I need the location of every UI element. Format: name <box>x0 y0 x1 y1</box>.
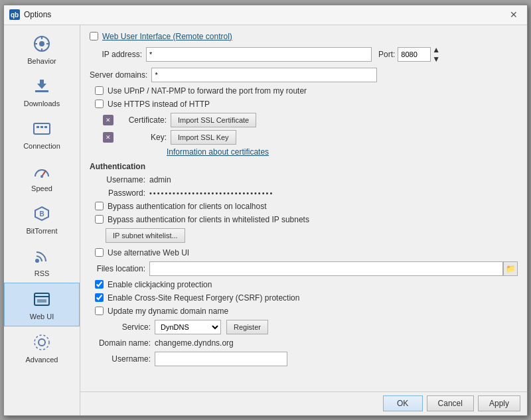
svg-rect-12 <box>44 126 47 128</box>
downloads-icon <box>31 76 52 97</box>
sidebar-item-downloads[interactable]: Downloads <box>4 70 80 113</box>
apply-button[interactable]: Apply <box>478 395 520 411</box>
username2-label: Username: <box>95 354 155 364</box>
folder-browse-button[interactable]: 📁 <box>503 261 518 276</box>
info-certificates-link[interactable]: Information about certificates <box>167 147 269 157</box>
import-ssl-cert-button[interactable]: Import SSL Certificate <box>171 113 256 127</box>
rss-icon <box>31 245 52 267</box>
alt-webui-checkbox[interactable] <box>95 248 104 257</box>
sidebar: Behavior Downloads <box>4 25 80 415</box>
service-row: Service: DynDNS Register <box>95 320 518 334</box>
domain-name-row: Domain name: changeme.dyndns.org <box>95 338 518 348</box>
sidebar-label-downloads: Downloads <box>24 100 60 107</box>
https-checkbox[interactable] <box>95 100 104 108</box>
titlebar: qb Options ✕ <box>4 5 527 25</box>
https-label: Use HTTPS instead of HTTP <box>108 100 210 109</box>
ip-address-input[interactable] <box>146 47 372 62</box>
password-row: Password: ••••••••••••••••••••••••••••••… <box>90 188 518 198</box>
svg-rect-10 <box>37 126 39 128</box>
clickjacking-row: Enable clickjacking protection <box>95 280 518 289</box>
main-content: Behavior Downloads <box>4 25 527 415</box>
alt-webui-label: Use alternative Web UI <box>108 248 189 257</box>
sidebar-item-rss[interactable]: RSS <box>4 240 80 283</box>
web-ui-checkbox[interactable] <box>90 32 98 40</box>
bypass-whitelist-label: Bypass authentication for clients in whi… <box>108 215 309 224</box>
svg-rect-9 <box>34 123 50 134</box>
main-panel: Web User Interface (Remote control) IP a… <box>80 25 527 415</box>
certificate-label: Certificate: <box>117 115 171 125</box>
connection-icon <box>31 118 52 139</box>
username2-input[interactable] <box>155 352 287 366</box>
svg-point-21 <box>38 339 45 346</box>
app-icon: qb <box>9 9 20 20</box>
svg-point-22 <box>35 335 49 350</box>
import-ssl-key-button[interactable]: Import SSL Key <box>171 130 236 145</box>
sidebar-label-rss: RSS <box>35 269 50 277</box>
sidebar-label-behavior: Behavior <box>27 57 56 65</box>
domain-name-label: Domain name: <box>95 338 155 348</box>
sidebar-label-connection: Connection <box>23 142 60 150</box>
domain-name-value: changeme.dyndns.org <box>155 338 518 348</box>
behavior-icon <box>31 33 52 54</box>
bittorrent-icon: B <box>31 203 52 224</box>
register-button[interactable]: Register <box>226 320 268 334</box>
cert-shield-icon: ✕ <box>106 117 111 123</box>
clickjacking-checkbox[interactable] <box>95 280 104 289</box>
files-location-label: Files location: <box>90 264 149 273</box>
svg-rect-20 <box>37 299 46 303</box>
sidebar-item-connection[interactable]: Connection <box>4 113 80 155</box>
dynamic-domain-checkbox[interactable] <box>95 307 104 315</box>
upnp-checkbox[interactable] <box>95 86 104 95</box>
password-label: Password: <box>90 188 149 198</box>
csrf-checkbox[interactable] <box>95 293 104 302</box>
password-value: •••••••••••••••••••••••••••••••• <box>149 189 518 197</box>
key-label: Key: <box>117 133 171 142</box>
files-location-input[interactable] <box>149 261 503 276</box>
close-button[interactable]: ✕ <box>506 8 522 21</box>
sidebar-label-bittorrent: BitTorrent <box>26 227 57 235</box>
service-select[interactable]: DynDNS <box>155 320 221 334</box>
svg-rect-8 <box>40 80 44 85</box>
username-value: admin <box>149 175 518 184</box>
svg-rect-11 <box>40 126 43 128</box>
advanced-icon <box>31 332 52 353</box>
port-label: Port: <box>378 50 395 59</box>
ok-button[interactable]: OK <box>383 395 423 411</box>
certificate-row: ✕ Certificate: Import SSL Certificate <box>103 113 518 127</box>
ip-address-row: IP address: Port: ▲▼ <box>90 45 518 64</box>
sidebar-item-bittorrent[interactable]: B BitTorrent <box>4 198 80 240</box>
username2-row: Username: <box>95 352 518 366</box>
svg-point-14 <box>40 175 43 178</box>
upnp-row: Use UPnP / NAT-PMP to forward the port f… <box>95 86 518 96</box>
web-ui-label[interactable]: Web User Interface (Remote control) <box>102 32 232 41</box>
sidebar-label-advanced: Advanced <box>26 356 58 364</box>
alt-webui-row: Use alternative Web UI <box>95 248 518 257</box>
cancel-button[interactable]: Cancel <box>427 395 474 411</box>
port-input[interactable] <box>398 47 431 62</box>
sidebar-label-speed: Speed <box>31 184 52 192</box>
https-row: Use HTTPS instead of HTTP <box>95 100 518 109</box>
sidebar-item-speed[interactable]: Speed <box>4 155 80 198</box>
dynamic-domain-row: Update my dynamic domain name <box>95 307 518 316</box>
port-spinner[interactable]: ▲▼ <box>432 45 440 64</box>
upnp-label: Use UPnP / NAT-PMP to forward the port f… <box>108 86 307 96</box>
key-row: ✕ Key: Import SSL Key <box>103 130 518 145</box>
server-domains-row: Server domains: <box>90 68 518 82</box>
svg-point-1 <box>39 41 44 46</box>
svg-rect-6 <box>35 90 48 92</box>
window-title: Options <box>24 10 506 19</box>
bypass-localhost-label: Bypass authentication for clients on loc… <box>108 202 266 211</box>
speed-icon <box>31 161 52 182</box>
webui-icon <box>31 289 52 310</box>
server-domains-label: Server domains: <box>90 70 151 80</box>
bypass-whitelist-row: Bypass authentication for clients in whi… <box>95 215 518 224</box>
bypass-whitelist-checkbox[interactable] <box>95 215 104 224</box>
sidebar-item-advanced[interactable]: Advanced <box>4 326 80 369</box>
ip-subnet-button[interactable]: IP subnet whitelist... <box>106 228 185 243</box>
bypass-localhost-checkbox[interactable] <box>95 202 104 210</box>
sidebar-item-webui[interactable]: Web UI <box>4 283 80 326</box>
server-domains-input[interactable] <box>151 68 377 82</box>
key-shield-icon: ✕ <box>106 134 111 141</box>
sidebar-item-behavior[interactable]: Behavior <box>4 28 80 70</box>
info-certs-row: Information about certificates <box>167 147 518 157</box>
